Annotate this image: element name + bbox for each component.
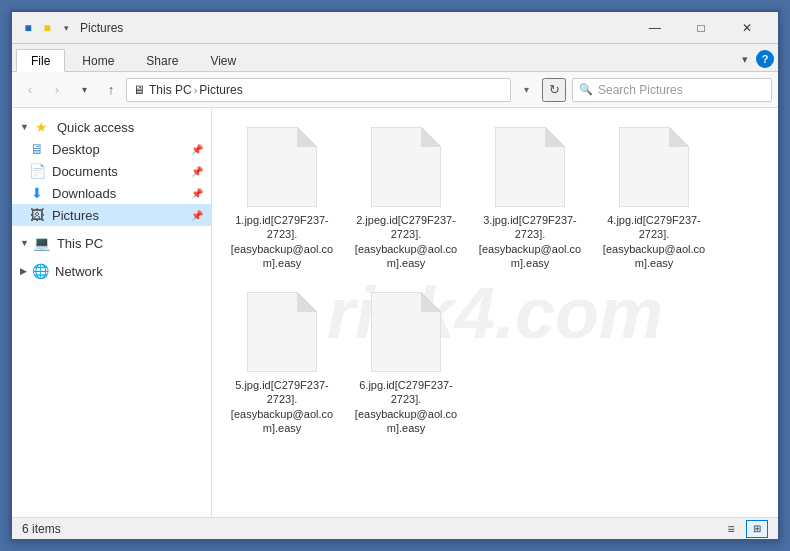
svg-marker-7 bbox=[669, 127, 689, 147]
quick-access-label: Quick access bbox=[57, 120, 134, 135]
tab-home[interactable]: Home bbox=[67, 49, 129, 71]
file-icon-5 bbox=[247, 292, 317, 372]
details-view-button[interactable]: ⊞ bbox=[746, 520, 768, 538]
title-bar: ■ ■ ▾ Pictures — □ ✕ bbox=[12, 12, 778, 44]
back-button[interactable]: ‹ bbox=[18, 78, 42, 102]
search-placeholder: Search Pictures bbox=[598, 83, 683, 97]
this-pc-icon: 💻 bbox=[33, 235, 51, 251]
path-this-pc[interactable]: This PC bbox=[149, 83, 192, 97]
file-item[interactable]: 2.jpeg.id[C279F237-2723].[easybackup@aol… bbox=[346, 118, 466, 279]
file-label-1: 1.jpg.id[C279F237-2723].[easybackup@aol.… bbox=[229, 213, 335, 270]
network-icon: 🌐 bbox=[31, 263, 49, 279]
svg-marker-1 bbox=[297, 127, 317, 147]
file-icon-2 bbox=[371, 127, 441, 207]
app-icon-yellow: ■ bbox=[39, 20, 55, 36]
minimize-button[interactable]: — bbox=[632, 12, 678, 44]
sidebar-section-this-pc[interactable]: ▼ 💻 This PC bbox=[12, 230, 211, 254]
status-bar: 6 items ≡ ⊞ bbox=[12, 517, 778, 539]
pin-icon-documents: 📌 bbox=[191, 166, 203, 177]
main-content: ▼ ★ Quick access 🖥 Desktop 📌 📄 Documents… bbox=[12, 108, 778, 517]
forward-button[interactable]: › bbox=[45, 78, 69, 102]
network-chevron: ▶ bbox=[20, 266, 27, 276]
window: ■ ■ ▾ Pictures — □ ✕ File Home Share Vie… bbox=[10, 10, 780, 541]
sidebar-downloads-label: Downloads bbox=[52, 186, 116, 201]
pin-icon-desktop: 📌 bbox=[191, 144, 203, 155]
title-bar-app-icons: ■ ■ ▾ bbox=[20, 20, 74, 36]
network-label: Network bbox=[55, 264, 103, 279]
documents-icon: 📄 bbox=[28, 163, 46, 179]
desktop-icon: 🖥 bbox=[28, 141, 46, 157]
recent-locations-button[interactable]: ▾ bbox=[72, 78, 96, 102]
file-icon-3 bbox=[495, 127, 565, 207]
refresh-button[interactable]: ↻ bbox=[542, 78, 566, 102]
file-icon-1 bbox=[247, 127, 317, 207]
app-icon-blue: ■ bbox=[20, 20, 36, 36]
sidebar: ▼ ★ Quick access 🖥 Desktop 📌 📄 Documents… bbox=[12, 108, 212, 517]
sidebar-item-documents[interactable]: 📄 Documents 📌 bbox=[12, 160, 211, 182]
sidebar-section-quick-access[interactable]: ▼ ★ Quick access bbox=[12, 114, 211, 138]
downloads-icon: ⬇ bbox=[28, 185, 46, 201]
list-view-button[interactable]: ≡ bbox=[720, 520, 742, 538]
app-icon-dropdown[interactable]: ▾ bbox=[58, 20, 74, 36]
pin-icon-pictures: 📌 bbox=[191, 210, 203, 221]
file-item[interactable]: 4.jpg.id[C279F237-2723].[easybackup@aol.… bbox=[594, 118, 714, 279]
svg-marker-5 bbox=[545, 127, 565, 147]
help-button[interactable]: ? bbox=[756, 50, 774, 68]
sidebar-documents-label: Documents bbox=[52, 164, 118, 179]
ribbon-minimize-button[interactable]: ▾ bbox=[738, 53, 752, 66]
file-label-6: 6.jpg.id[C279F237-2723].[easybackup@aol.… bbox=[353, 378, 459, 435]
address-bar: ‹ › ▾ ↑ 🖥 This PC › Pictures ▾ ↻ 🔍 Searc… bbox=[12, 72, 778, 108]
file-item[interactable]: 5.jpg.id[C279F237-2723].[easybackup@aol.… bbox=[222, 283, 342, 444]
ribbon-tabs: File Home Share View ▾ ? bbox=[12, 44, 778, 72]
this-pc-chevron: ▼ bbox=[20, 238, 29, 248]
svg-marker-3 bbox=[421, 127, 441, 147]
sidebar-desktop-label: Desktop bbox=[52, 142, 100, 157]
pin-icon-downloads: 📌 bbox=[191, 188, 203, 199]
this-pc-label: This PC bbox=[57, 236, 103, 251]
sidebar-pictures-label: Pictures bbox=[52, 208, 99, 223]
quick-access-chevron: ▼ bbox=[20, 122, 29, 132]
view-controls: ≡ ⊞ bbox=[720, 520, 768, 538]
file-item[interactable]: 1.jpg.id[C279F237-2723].[easybackup@aol.… bbox=[222, 118, 342, 279]
search-icon: 🔍 bbox=[579, 83, 593, 96]
maximize-button[interactable]: □ bbox=[678, 12, 724, 44]
pictures-folder-icon: 🖼 bbox=[28, 207, 46, 223]
window-controls: — □ ✕ bbox=[632, 12, 770, 44]
path-icon: 🖥 bbox=[133, 83, 145, 97]
tab-view[interactable]: View bbox=[195, 49, 251, 71]
path-separator-1: › bbox=[194, 84, 198, 96]
path-pictures[interactable]: Pictures bbox=[199, 83, 242, 97]
file-label-2: 2.jpeg.id[C279F237-2723].[easybackup@aol… bbox=[353, 213, 459, 270]
items-count: 6 items bbox=[22, 522, 61, 536]
search-box[interactable]: 🔍 Search Pictures bbox=[572, 78, 772, 102]
star-icon: ★ bbox=[33, 119, 51, 135]
sidebar-item-downloads[interactable]: ⬇ Downloads 📌 bbox=[12, 182, 211, 204]
tab-share[interactable]: Share bbox=[131, 49, 193, 71]
file-label-5: 5.jpg.id[C279F237-2723].[easybackup@aol.… bbox=[229, 378, 335, 435]
close-button[interactable]: ✕ bbox=[724, 12, 770, 44]
sidebar-section-network[interactable]: ▶ 🌐 Network bbox=[12, 258, 211, 282]
sidebar-item-desktop[interactable]: 🖥 Desktop 📌 bbox=[12, 138, 211, 160]
address-dropdown-button[interactable]: ▾ bbox=[516, 78, 536, 102]
sidebar-item-pictures[interactable]: 🖼 Pictures 📌 bbox=[12, 204, 211, 226]
tab-file[interactable]: File bbox=[16, 49, 65, 72]
window-title: Pictures bbox=[80, 21, 632, 35]
file-label-3: 3.jpg.id[C279F237-2723].[easybackup@aol.… bbox=[477, 213, 583, 270]
address-path[interactable]: 🖥 This PC › Pictures bbox=[126, 78, 511, 102]
up-button[interactable]: ↑ bbox=[99, 78, 123, 102]
svg-marker-11 bbox=[421, 292, 441, 312]
file-item[interactable]: 6.jpg.id[C279F237-2723].[easybackup@aol.… bbox=[346, 283, 466, 444]
files-grid: 1.jpg.id[C279F237-2723].[easybackup@aol.… bbox=[222, 118, 768, 444]
file-item[interactable]: 3.jpg.id[C279F237-2723].[easybackup@aol.… bbox=[470, 118, 590, 279]
file-icon-4 bbox=[619, 127, 689, 207]
svg-marker-9 bbox=[297, 292, 317, 312]
file-area: risk4.com 1.jpg.id[C279F237-2723].[easyb… bbox=[212, 108, 778, 517]
file-icon-6 bbox=[371, 292, 441, 372]
file-label-4: 4.jpg.id[C279F237-2723].[easybackup@aol.… bbox=[601, 213, 707, 270]
